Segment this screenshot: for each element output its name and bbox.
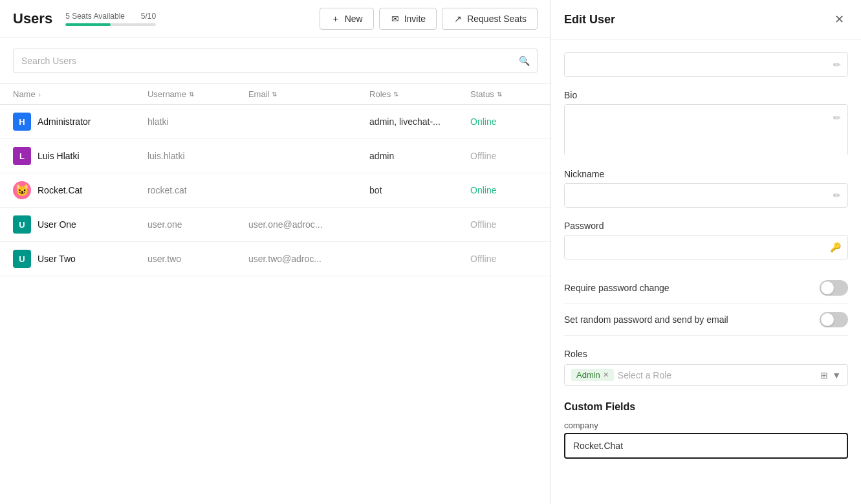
user-name-cell: U User Two xyxy=(13,250,147,268)
invite-icon: ✉ xyxy=(390,14,400,24)
require-password-toggle[interactable] xyxy=(820,280,848,296)
invite-button-label: Invite xyxy=(404,14,426,24)
invite-button[interactable]: ✉ Invite xyxy=(379,8,437,30)
bio-input-wrap: ✏ xyxy=(564,104,848,156)
password-key-icon: 🔑 xyxy=(830,242,841,252)
user-username: hlatki xyxy=(147,116,248,127)
random-password-row: Set random password and send by email xyxy=(564,304,848,336)
col-roles[interactable]: Roles ⇅ xyxy=(369,89,470,99)
seats-label: 5 Seats Available 5/10 xyxy=(65,12,156,21)
edit-header: Edit User ✕ xyxy=(551,0,861,39)
sort-icon-email: ⇅ xyxy=(272,91,277,98)
company-field-label: company xyxy=(564,421,848,430)
col-status-label: Status xyxy=(470,89,494,99)
user-name: Luis Hlatki xyxy=(38,151,80,161)
col-name[interactable]: Name ↓ xyxy=(13,89,147,99)
sort-icon-name: ↓ xyxy=(38,91,41,98)
roles-section: Roles Admin ✕ Select a Role ⊞ ▼ xyxy=(564,349,848,386)
user-name: Rocket.Cat xyxy=(38,185,82,195)
avatar: 😺 xyxy=(13,181,31,199)
user-username: luis.hlatki xyxy=(147,151,248,161)
col-username-label: Username xyxy=(147,89,186,99)
roles-info-icon[interactable]: ⊞ xyxy=(820,370,828,380)
remove-admin-role-button[interactable]: ✕ xyxy=(603,371,609,379)
seats-progress-fill xyxy=(65,23,111,26)
new-icon: + xyxy=(331,14,341,24)
require-password-knob xyxy=(821,281,834,294)
edit-body: ✏ Bio ✏ Nickname ✏ Password 🔑 xyxy=(551,39,861,504)
new-button-label: New xyxy=(345,14,363,24)
table-header: Name ↓ Username ⇅ Email ⇅ Roles ⇅ Status… xyxy=(0,84,550,105)
new-button[interactable]: + New xyxy=(320,8,374,30)
user-status: Online xyxy=(470,116,538,127)
user-roles: bot xyxy=(369,185,470,195)
roles-input-wrap[interactable]: Admin ✕ Select a Role ⊞ ▼ xyxy=(564,364,848,386)
request-seats-button[interactable]: ↗ Request Seats xyxy=(442,8,538,30)
password-label: Password xyxy=(564,221,848,231)
user-username: user.two xyxy=(147,254,248,264)
table-row[interactable]: U User One user.one user.one@adroc... Of… xyxy=(0,208,550,242)
user-name-cell: 😺 Rocket.Cat xyxy=(13,181,147,199)
role-select-placeholder: Select a Role xyxy=(618,370,816,380)
custom-fields-section: Custom Fields company xyxy=(564,401,848,459)
top-bar: Users 5 Seats Available 5/10 + New ✉ Inv… xyxy=(0,0,550,38)
edit-user-panel: Edit User ✕ ✏ Bio ✏ Nickname ✏ Passwor xyxy=(550,0,861,504)
user-name-cell: L Luis Hlatki xyxy=(13,147,147,165)
seats-section: 5 Seats Available 5/10 xyxy=(65,12,156,26)
seats-progress-bar-bg xyxy=(65,23,156,26)
col-email[interactable]: Email ⇅ xyxy=(248,89,369,99)
user-status: Offline xyxy=(470,254,538,264)
nickname-field-group: Nickname ✏ xyxy=(564,169,848,208)
require-password-label: Require password change xyxy=(564,283,670,293)
search-bar: 🔍 xyxy=(0,38,550,84)
user-username: user.one xyxy=(147,219,248,230)
avatar: H xyxy=(13,113,31,131)
custom-fields-title: Custom Fields xyxy=(564,401,848,413)
company-field-wrap xyxy=(564,433,848,459)
edit-panel-title: Edit User xyxy=(564,13,615,27)
nickname-label: Nickname xyxy=(564,169,848,179)
table-row[interactable]: U User Two user.two user.two@adroc... Of… xyxy=(0,242,550,276)
user-rows-container: H Administrator hlatki admin, livechat-.… xyxy=(0,105,550,276)
password-input[interactable] xyxy=(565,236,847,259)
random-password-toggle[interactable] xyxy=(820,312,848,327)
admin-role-badge: Admin ✕ xyxy=(571,369,614,381)
action-buttons: + New ✉ Invite ↗ Request Seats xyxy=(320,8,538,30)
company-field-input[interactable] xyxy=(565,434,847,457)
user-name-cell: H Administrator xyxy=(13,113,147,131)
table-row[interactable]: 😺 Rocket.Cat rocket.cat bot Online xyxy=(0,173,550,208)
search-input[interactable] xyxy=(13,49,538,73)
password-input-wrap: 🔑 xyxy=(564,235,848,259)
user-roles: admin xyxy=(369,151,470,161)
admin-role-label: Admin xyxy=(576,370,600,380)
top-field-input[interactable] xyxy=(565,53,847,76)
user-email: user.one@adroc... xyxy=(248,219,369,230)
top-field-edit-icon: ✏ xyxy=(833,60,841,70)
roles-dropdown-icon[interactable]: ▼ xyxy=(832,370,841,380)
table-row[interactable]: L Luis Hlatki luis.hlatki admin Offline xyxy=(0,139,550,173)
page-title: Users xyxy=(13,10,52,27)
col-status[interactable]: Status ⇅ xyxy=(470,89,538,99)
table-row[interactable]: H Administrator hlatki admin, livechat-.… xyxy=(0,105,550,139)
user-name: User One xyxy=(38,219,76,230)
require-password-row: Require password change xyxy=(564,272,848,304)
random-password-label: Set random password and send by email xyxy=(564,314,728,325)
users-table: Name ↓ Username ⇅ Email ⇅ Roles ⇅ Status… xyxy=(0,84,550,504)
roles-label: Roles xyxy=(564,349,848,359)
nickname-input[interactable] xyxy=(565,184,847,207)
sort-icon-roles: ⇅ xyxy=(393,91,398,98)
search-icon: 🔍 xyxy=(519,56,530,66)
close-button[interactable]: ✕ xyxy=(830,10,848,28)
sort-icon-status: ⇅ xyxy=(497,91,502,98)
nickname-edit-icon: ✏ xyxy=(833,190,841,201)
user-name: User Two xyxy=(38,254,76,264)
col-username[interactable]: Username ⇅ xyxy=(147,89,248,99)
bio-input[interactable] xyxy=(565,105,847,157)
col-roles-label: Roles xyxy=(369,89,391,99)
user-username: rocket.cat xyxy=(147,185,248,195)
top-field-wrap: ✏ xyxy=(564,52,848,77)
sort-icon-username: ⇅ xyxy=(189,91,194,98)
seats-available-text: 5 Seats Available xyxy=(65,12,125,21)
user-status: Offline xyxy=(470,151,538,161)
avatar: U xyxy=(13,250,31,268)
